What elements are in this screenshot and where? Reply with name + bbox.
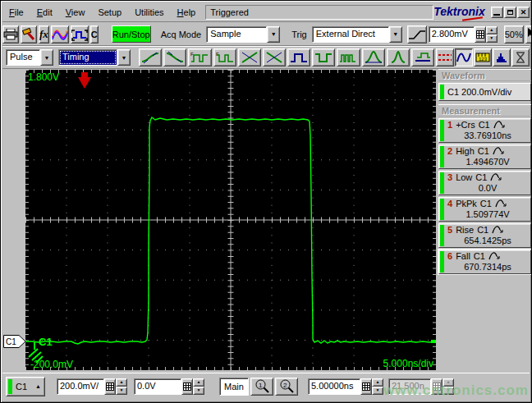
svg-text:1: 1 [259, 382, 263, 389]
burst-width-button[interactable] [337, 48, 360, 66]
spin-down-icon[interactable]: ▼ [486, 34, 498, 43]
menubar: File Edit View Setup Utilities Help Trig… [2, 2, 530, 22]
cursors-button[interactable] [436, 48, 454, 66]
waveform-colors-button[interactable] [51, 25, 69, 44]
minimize-button[interactable] [491, 7, 503, 18]
horizontal-scale-value[interactable]: 5.00000ns [308, 378, 360, 395]
menu-file[interactable]: File [2, 5, 30, 20]
context-help-button[interactable]: ? [525, 25, 532, 44]
graticule[interactable]: 1.800V -200.0mV 5.000ns/div C1 [25, 70, 436, 370]
measure-ruler-button[interactable]: 123 [474, 48, 492, 66]
spin-up-icon[interactable]: ▲ [372, 378, 383, 387]
meas-subcategory-select[interactable]: Timing ▼ [58, 49, 131, 66]
measurement-2[interactable]: 2HighC1 1.494670V [438, 144, 531, 169]
channel-color-stripe [8, 379, 12, 394]
negative-pulse-button[interactable] [312, 48, 335, 66]
chevron-down-icon[interactable]: ▼ [117, 49, 131, 66]
trace-label[interactable]: C1 [39, 336, 53, 348]
spin-down-icon[interactable]: ▼ [372, 387, 383, 395]
math-button[interactable]: fx [39, 25, 49, 44]
waveform-display-icon [456, 52, 471, 63]
keypad-button[interactable] [104, 378, 116, 395]
menu-utilities[interactable]: Utilities [128, 5, 170, 20]
c-button[interactable]: C [90, 25, 99, 44]
menu-edit[interactable]: Edit [30, 5, 59, 20]
waveform-display-button[interactable] [455, 48, 473, 66]
fall-time-button[interactable] [163, 48, 186, 66]
measurement-value: 670.7314ps [447, 262, 528, 272]
menu-help[interactable]: Help [171, 5, 203, 20]
measurement-6[interactable]: 6FallC1 670.7314ps [438, 250, 531, 274]
measurement-1[interactable]: 1+CrsC1 33.76910ns [438, 118, 531, 143]
negative-width-button[interactable]: F [213, 48, 236, 66]
spin-up-icon[interactable]: ▲ [486, 26, 498, 34]
horizontal-position-value[interactable]: 21.500n [388, 378, 431, 395]
keypad-button[interactable] [360, 378, 372, 395]
pulse-glyph-icon [490, 172, 502, 182]
flat-top-button[interactable] [411, 48, 434, 66]
chevron-down-icon[interactable]: ▼ [389, 26, 402, 43]
mask-button[interactable] [511, 48, 530, 66]
tools-icon [21, 28, 36, 41]
trigger-level-value[interactable]: 2.800mV [429, 26, 475, 43]
channel-select-button[interactable]: C1 ▲ [6, 377, 45, 396]
tools-button[interactable] [21, 25, 37, 44]
spin-down-icon[interactable]: ▼ [116, 387, 127, 395]
zoom2-button[interactable]: 2 [275, 378, 298, 396]
channel-color-stripe [440, 120, 444, 141]
tektronix-logo: Tektronix [433, 5, 485, 19]
zoom-percent-button[interactable]: 50% [504, 25, 524, 44]
rise-cross-button[interactable] [238, 48, 261, 66]
acq-mode-select[interactable]: Sample ▼ [206, 26, 280, 43]
rise-time-button[interactable] [139, 48, 162, 66]
keypad-button[interactable] [181, 378, 193, 395]
measurement-4[interactable]: 4PkPkC1 1.509774V [438, 197, 531, 222]
pulse-select-button[interactable] [71, 25, 89, 44]
meas-category-select[interactable]: Pulse ▼ [6, 49, 53, 66]
print-button[interactable] [2, 25, 19, 44]
measurement-5[interactable]: 5RiseC1 654.1425ps [438, 223, 531, 248]
minimize-icon [493, 14, 500, 16]
positive-peak-button[interactable] [362, 48, 385, 66]
trigger-source-select[interactable]: External Direct ▼ [312, 26, 402, 43]
spin-up-icon[interactable]: ▲ [116, 378, 127, 387]
keypad-button[interactable] [475, 26, 486, 43]
menu-view[interactable]: View [59, 5, 92, 20]
trigger-slope-icon [408, 29, 426, 40]
trigger-slope-button[interactable] [407, 25, 427, 44]
measurement-3[interactable]: 3LowC1 0.0V [438, 171, 531, 195]
histogram-button[interactable] [493, 48, 511, 66]
spin-down-icon[interactable]: ▼ [443, 387, 454, 395]
bottom-scale-label: -200.0mV [30, 359, 73, 370]
restore-button[interactable] [504, 7, 516, 18]
narrow-peak-button[interactable] [387, 48, 410, 66]
timebase-label: 5.000ns/div [383, 358, 433, 369]
positive-width-button[interactable]: F [188, 48, 211, 66]
main-toolbar: fx C Run/Stop Acq Mode Sample ▼ Trig Ext… [2, 23, 530, 46]
menu-setup[interactable]: Setup [91, 5, 128, 20]
trig-label: Trig [288, 30, 310, 39]
channel-marker[interactable]: C1 [3, 335, 26, 350]
vertical-scale-value[interactable]: 200.0mV/ [57, 378, 104, 395]
channel-color-stripe [440, 199, 444, 220]
keypad-icon [106, 382, 114, 391]
chevron-down-icon[interactable]: ▼ [267, 26, 280, 43]
waveform-source-panel[interactable]: C1 200.0mV/div [438, 83, 531, 101]
timebase-view-button[interactable]: Main [219, 378, 249, 396]
channel-up-icon: ▲ [35, 383, 44, 389]
spin-up-icon[interactable]: ▲ [443, 378, 454, 387]
zoom1-button[interactable]: 1 [250, 378, 273, 396]
sidebar: Waveform C1 200.0mV/div Measurement 1+Cr… [438, 69, 531, 276]
print-icon [3, 29, 18, 40]
keypad-button[interactable] [431, 378, 443, 395]
chevron-down-icon[interactable]: ▼ [40, 49, 53, 66]
trigger-marker-icon[interactable] [78, 72, 91, 89]
spin-down-icon[interactable]: ▼ [193, 387, 204, 395]
positive-pulse-button[interactable] [287, 48, 310, 66]
vertical-offset-value[interactable]: 0.0V [134, 378, 181, 395]
run-stop-button[interactable]: Run/Stop [112, 25, 151, 43]
spin-up-icon[interactable]: ▲ [193, 378, 204, 387]
fall-cross-button[interactable] [263, 48, 286, 66]
close-button[interactable]: ✕ [517, 7, 530, 18]
display-area: 1.800V -200.0mV 5.000ns/div C1 C1 Wavefo… [2, 69, 530, 372]
